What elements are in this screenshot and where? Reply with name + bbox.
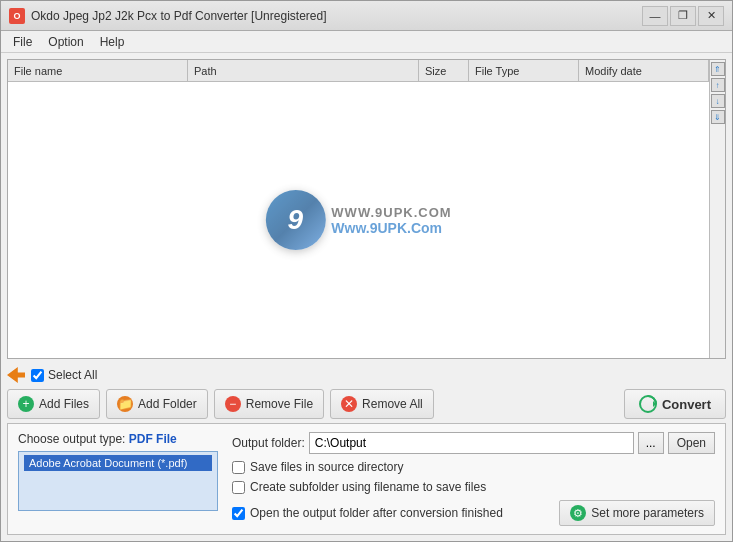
- menu-option[interactable]: Option: [40, 33, 91, 51]
- watermark-circle: 9: [265, 190, 325, 250]
- table-header: File name Path Size File Type Modify dat…: [8, 60, 709, 82]
- menu-file[interactable]: File: [5, 33, 40, 51]
- scroll-down-button[interactable]: ↓: [711, 94, 725, 108]
- remove-file-icon: −: [225, 396, 241, 412]
- app-icon: O: [9, 8, 25, 24]
- remove-all-button[interactable]: ✕ Remove All: [330, 389, 434, 419]
- file-table: File name Path Size File Type Modify dat…: [8, 60, 709, 358]
- col-filetype: File Type: [469, 60, 579, 81]
- table-body[interactable]: 9 WWW.9UPK.COM Www.9UPK.Com: [8, 82, 709, 358]
- file-list-item[interactable]: Adobe Acrobat Document (*.pdf): [24, 455, 212, 471]
- file-table-container: File name Path Size File Type Modify dat…: [7, 59, 726, 359]
- output-type-value: PDF File: [129, 432, 177, 446]
- output-folder-row: Output folder: ... Open: [232, 432, 715, 454]
- remove-file-button[interactable]: − Remove File: [214, 389, 324, 419]
- scroll-up-button[interactable]: ↑: [711, 78, 725, 92]
- arrow-icon: [7, 367, 25, 383]
- output-folder-label: Output folder:: [232, 436, 305, 450]
- browse-button[interactable]: ...: [638, 432, 664, 454]
- select-all-checkbox[interactable]: [31, 369, 44, 382]
- watermark-text2: Www.9UPK.Com: [331, 220, 451, 236]
- option-row-2: Create subfolder using filename to save …: [232, 480, 715, 494]
- close-button[interactable]: ✕: [698, 6, 724, 26]
- main-content: File name Path Size File Type Modify dat…: [1, 53, 732, 541]
- remove-all-icon: ✕: [341, 396, 357, 412]
- col-filename: File name: [8, 60, 188, 81]
- main-window: O Okdo Jpeg Jp2 J2k Pcx to Pdf Converter…: [0, 0, 733, 542]
- option-row-3-container: Open the output folder after conversion …: [232, 500, 715, 526]
- menu-bar: File Option Help: [1, 31, 732, 53]
- convert-icon: [639, 395, 657, 413]
- add-folder-button[interactable]: 📁 Add Folder: [106, 389, 208, 419]
- output-folder-input[interactable]: [309, 432, 634, 454]
- action-buttons: + Add Files 📁 Add Folder − Remove File ✕…: [7, 389, 726, 419]
- convert-button[interactable]: Convert: [624, 389, 726, 419]
- col-path: Path: [188, 60, 419, 81]
- select-all-label[interactable]: Select All: [31, 368, 97, 382]
- watermark-text1: WWW.9UPK.COM: [331, 205, 451, 220]
- minimize-button[interactable]: —: [642, 6, 668, 26]
- scrollbar: ⇑ ↑ ↓ ⇓: [709, 60, 725, 358]
- select-bar: Select All: [7, 365, 726, 385]
- title-bar: O Okdo Jpeg Jp2 J2k Pcx to Pdf Converter…: [1, 1, 732, 31]
- add-folder-icon: 📁: [117, 396, 133, 412]
- option-row-1: Save files in source directory: [232, 460, 715, 474]
- watermark: 9 WWW.9UPK.COM Www.9UPK.Com: [265, 190, 451, 250]
- option-row-3: Open the output folder after conversion …: [232, 506, 503, 520]
- output-section: Choose output type: PDF File Adobe Acrob…: [7, 423, 726, 535]
- restore-button[interactable]: ❐: [670, 6, 696, 26]
- option3-checkbox[interactable]: [232, 507, 245, 520]
- scroll-top-button[interactable]: ⇑: [711, 62, 725, 76]
- output-type-label: Choose output type: PDF File: [18, 432, 218, 446]
- col-modifydate: Modify date: [579, 60, 709, 81]
- output-right: Output folder: ... Open Save files in so…: [232, 432, 715, 526]
- gear-icon: ⚙: [570, 505, 586, 521]
- menu-help[interactable]: Help: [92, 33, 133, 51]
- add-files-icon: +: [18, 396, 34, 412]
- output-left: Choose output type: PDF File Adobe Acrob…: [18, 432, 218, 526]
- col-size: Size: [419, 60, 469, 81]
- bottom-bar: Select All + Add Files 📁 Add Folder − Re…: [7, 365, 726, 535]
- scroll-bottom-button[interactable]: ⇓: [711, 110, 725, 124]
- more-params-button[interactable]: ⚙ Set more parameters: [559, 500, 715, 526]
- option2-checkbox[interactable]: [232, 481, 245, 494]
- option1-checkbox[interactable]: [232, 461, 245, 474]
- window-title: Okdo Jpeg Jp2 J2k Pcx to Pdf Converter […: [31, 9, 642, 23]
- window-controls: — ❐ ✕: [642, 6, 724, 26]
- open-folder-button[interactable]: Open: [668, 432, 715, 454]
- file-list-box[interactable]: Adobe Acrobat Document (*.pdf): [18, 451, 218, 511]
- add-files-button[interactable]: + Add Files: [7, 389, 100, 419]
